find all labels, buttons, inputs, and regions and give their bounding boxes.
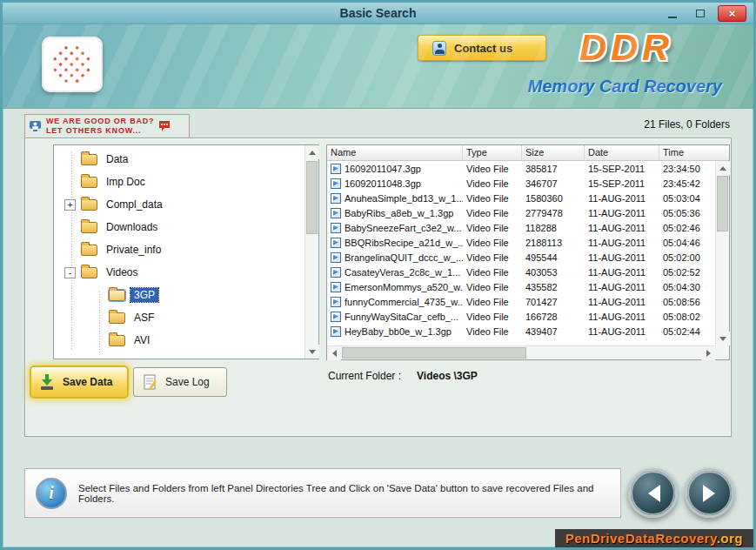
save-data-button[interactable]: Save Data (30, 366, 129, 399)
collapse-icon[interactable]: - (64, 267, 76, 278)
file-list-panel: NameTypeSizeDateTime 16092011047.3gpVide… (326, 144, 730, 360)
file-time: 23:45:42 (659, 178, 715, 189)
tree-item-label: Videos (103, 265, 141, 279)
file-size: 435582 (522, 282, 585, 292)
column-header-time[interactable]: Time (659, 145, 729, 161)
file-row[interactable]: funnyCommercial_4735_w...Video File70142… (327, 294, 715, 309)
file-row[interactable]: AnuheaSimple_bd13_w_1...Video File158036… (327, 191, 715, 205)
column-header-date[interactable]: Date (585, 145, 659, 161)
file-list-vscrollbar-thumb[interactable] (717, 176, 728, 231)
tree-item-data[interactable]: Data (54, 148, 304, 171)
file-list-vscrollbar[interactable] (715, 161, 729, 345)
expand-icon[interactable]: + (64, 199, 76, 211)
file-time: 05:05:36 (659, 208, 715, 218)
maximize-button[interactable] (690, 6, 711, 22)
back-button[interactable] (628, 468, 678, 518)
tree-spacer (64, 222, 76, 233)
file-row[interactable]: EmersonMommys_a520_w...Video File4355821… (327, 279, 715, 294)
file-time: 05:04:46 (659, 238, 715, 248)
tree-scrollbar[interactable] (304, 145, 318, 359)
file-size: 403053 (522, 267, 585, 278)
file-name-cell: FunnyWaySitaCar_cefb_... (327, 312, 463, 322)
tree-item-label: ASF (130, 311, 157, 325)
file-type: Video File (463, 223, 522, 233)
file-name: AnuheaSimple_bd13_w_1... (345, 193, 463, 204)
save-data-icon (38, 373, 56, 391)
tree-scrollbar-thumb[interactable] (306, 161, 318, 234)
tree-item-label: AVI (130, 333, 153, 347)
tree-item-asf[interactable]: ASF (54, 306, 304, 329)
file-list-hscrollbar[interactable] (327, 345, 715, 359)
file-row[interactable]: BrangelinaQUIT_dccc_w_...Video File49554… (327, 250, 715, 265)
close-button[interactable]: × (718, 5, 746, 22)
file-name-cell: AnuheaSimple_bd13_w_1... (327, 193, 463, 204)
tree-item-videos[interactable]: -Videos (54, 261, 304, 284)
file-name: FunnyWaySitaCar_cefb_... (345, 312, 458, 322)
file-type: Video File (463, 267, 522, 278)
file-time: 05:02:52 (659, 267, 715, 278)
file-row[interactable]: HeyBaby_bb0e_w_1.3gpVideo File43940711-A… (327, 324, 715, 339)
tree-item-imp-doc[interactable]: Imp Doc (54, 171, 304, 193)
scroll-up-button[interactable] (305, 145, 319, 159)
file-row[interactable]: 16092011047.3gpVideo File38581715-SEP-20… (327, 161, 715, 176)
banner-line-1: WE ARE GOOD OR BAD? (46, 117, 154, 126)
save-log-button[interactable]: Save Log (133, 367, 227, 397)
column-header-name[interactable]: Name (327, 145, 463, 161)
file-row[interactable]: FunnyWaySitaCar_cefb_...Video File166728… (327, 309, 715, 324)
feedback-banner[interactable]: WE ARE GOOD OR BAD? LET OTHERS KNOW... (24, 114, 190, 138)
file-size: 439407 (522, 326, 585, 337)
video-file-icon (331, 282, 341, 292)
file-type: Video File (463, 252, 522, 263)
file-size: 2188113 (522, 238, 585, 248)
video-file-icon (331, 238, 341, 248)
file-time: 05:02:44 (659, 326, 715, 337)
tree-item-avi[interactable]: AVI (54, 329, 304, 352)
instruction-bar: i Select Files and Folders from left Pan… (24, 468, 621, 518)
scroll-right-button[interactable] (701, 346, 715, 360)
scroll-down-button[interactable] (305, 345, 319, 359)
file-name: 16092011047.3gp (345, 164, 421, 174)
arrow-up-icon (309, 147, 316, 155)
current-folder-value: Videos \3GP (417, 370, 478, 382)
column-header-type[interactable]: Type (463, 145, 522, 161)
scroll-down-button[interactable] (716, 332, 730, 345)
folder-icon (109, 312, 125, 324)
contact-us-label: Contact us (454, 42, 512, 55)
file-size: 385817 (522, 164, 585, 174)
file-row[interactable]: BabyRibs_a8eb_w_1.3gpVideo File277947811… (327, 205, 715, 220)
scroll-left-button[interactable] (327, 346, 341, 360)
tree-item-3gp[interactable]: 3GP (54, 284, 304, 306)
info-icon: i (36, 478, 67, 509)
file-row[interactable]: BBQRibsRecipe_a21d_w_...Video File218811… (327, 235, 715, 250)
file-size: 495544 (522, 252, 585, 263)
save-log-icon (143, 373, 158, 391)
arrow-right-icon (706, 350, 714, 357)
file-time: 05:02:46 (659, 223, 715, 233)
tree-item-downloads[interactable]: Downloads (54, 216, 304, 238)
forward-button[interactable] (685, 468, 734, 518)
scroll-up-button[interactable] (716, 161, 730, 175)
file-date: 11-AUG-2011 (585, 252, 659, 263)
folder-icon (81, 199, 97, 211)
column-header-size[interactable]: Size (522, 145, 585, 161)
maximize-icon (696, 10, 705, 17)
file-size: 701427 (522, 297, 585, 307)
tree-item-compl-data[interactable]: +Compl_data (54, 193, 304, 216)
folder-icon (109, 335, 125, 346)
watermark-link[interactable]: PenDriveDataRecovery.org (555, 529, 753, 547)
arrow-down-icon (309, 350, 316, 358)
file-date: 11-AUG-2011 (585, 208, 659, 218)
minimize-button[interactable] (662, 6, 683, 22)
file-name: HeyBaby_bb0e_w_1.3gp (345, 326, 452, 337)
file-row[interactable]: CasateyVeras_2c8c_w_1...Video File403053… (327, 265, 715, 279)
contact-us-button[interactable]: Contact us (418, 35, 546, 61)
forward-arrow-icon (703, 485, 724, 502)
tree-item-private-info[interactable]: Private_info (54, 238, 304, 261)
file-row[interactable]: BabySneezeFart_c3e2_w...Video File118288… (327, 220, 715, 235)
watermark-suffix: .org (717, 531, 743, 546)
video-file-icon (331, 267, 341, 278)
file-name: CasateyVeras_2c8c_w_1... (345, 267, 460, 278)
file-row[interactable]: 16092011048.3gpVideo File34670715-SEP-20… (327, 176, 715, 191)
file-list-hscrollbar-thumb[interactable] (342, 347, 526, 359)
file-time: 05:08:02 (659, 312, 715, 322)
